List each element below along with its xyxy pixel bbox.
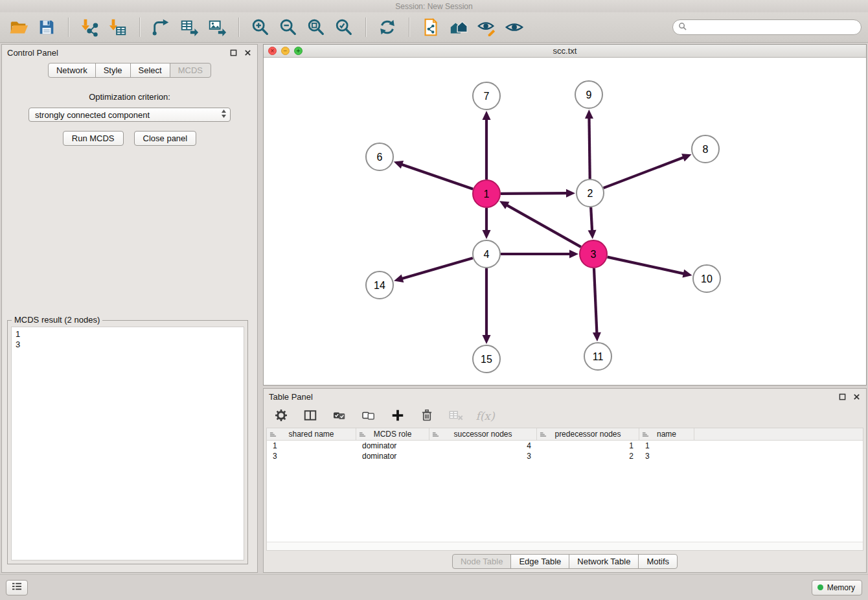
apply-layout-button[interactable] (375, 15, 400, 40)
column-header-successor-nodes[interactable]: successor nodes (429, 428, 537, 440)
export-image-button[interactable] (205, 15, 229, 40)
table-panel-float-button[interactable] (838, 392, 847, 401)
tab-node-table[interactable]: Node Table (452, 554, 512, 569)
column-header-shared-name[interactable]: shared name (267, 428, 356, 440)
tab-edge-table[interactable]: Edge Table (510, 554, 569, 569)
node-table: shared nameMCDS rolesuccessor nodesprede… (266, 428, 863, 551)
mcds-result-item[interactable]: 3 (12, 340, 244, 350)
graph-node-label: 10 (701, 273, 713, 284)
close-window-button[interactable]: × (268, 47, 277, 55)
graph-edge-arrowhead (483, 111, 491, 120)
table-row[interactable]: 1dominator411 (267, 441, 863, 451)
network-view-window: × − + scc.txt 7968124314101511 (263, 44, 867, 386)
unchecked-boxes-icon (361, 408, 376, 425)
tab-mcds[interactable]: MCDS (170, 63, 211, 78)
export-table-button[interactable] (177, 15, 201, 40)
create-column-button[interactable] (388, 406, 407, 426)
show-columns-button[interactable] (301, 406, 320, 426)
graph-edge-3-1[interactable] (506, 205, 580, 247)
criterion-dropdown[interactable]: strongly connected component (29, 108, 231, 122)
graph-edge-1-6[interactable] (401, 164, 473, 189)
mcds-panel-content: Optimization criterion: strongly connect… (2, 78, 257, 572)
zoom-in-button[interactable] (248, 15, 273, 40)
tab-network[interactable]: Network (48, 63, 96, 78)
table-toolbar: f(x) (264, 404, 866, 428)
table-cell[interactable]: 3 (267, 451, 356, 461)
graph-edge-arrowhead (585, 110, 593, 119)
graph-edge-2-9[interactable] (589, 117, 589, 179)
column-header-predecessor-nodes[interactable]: predecessor nodes (537, 428, 639, 440)
zoom-out-button[interactable] (276, 15, 301, 40)
zoom-selected-button[interactable] (332, 15, 356, 40)
tab-network-table[interactable]: Network Table (569, 554, 639, 569)
table-cell[interactable]: 3 (429, 451, 537, 461)
unselect-all-columns-button[interactable] (359, 406, 378, 426)
open-session-button[interactable] (6, 15, 31, 40)
graph-edge-arrowhead (682, 270, 692, 278)
table-panel-header: Table Panel (264, 389, 866, 404)
import-network-button[interactable] (78, 15, 102, 40)
graph-edge-2-8[interactable] (604, 157, 685, 188)
graph-edge-1-2[interactable] (501, 193, 567, 194)
checked-boxes-icon (332, 408, 347, 425)
zoom-fit-button[interactable] (304, 15, 328, 40)
graph-edge-2-3[interactable] (591, 207, 592, 231)
graph-edge-3-10[interactable] (607, 257, 684, 274)
close-panel-button[interactable]: Close panel (134, 131, 197, 146)
graph-edge-3-11[interactable] (594, 268, 597, 334)
table-cell[interactable]: 1 (537, 441, 639, 451)
tab-motifs[interactable]: Motifs (638, 554, 678, 569)
window-titlebar: Session: New Session (0, 0, 868, 12)
network-window-titlebar: × − + scc.txt (264, 45, 866, 58)
graph-edge-4-14[interactable] (402, 258, 473, 279)
eye-icon (505, 17, 524, 37)
control-panel-close-button[interactable] (243, 48, 252, 57)
home-button[interactable] (446, 15, 471, 40)
list-icon (11, 582, 23, 593)
style-preview-button[interactable] (474, 15, 499, 40)
table-cell[interactable]: 1 (267, 441, 356, 451)
table-horizontal-scrollbar[interactable] (267, 542, 863, 550)
mcds-result-item[interactable]: 1 (12, 329, 244, 340)
table-cell[interactable]: dominator (356, 441, 429, 451)
network-canvas[interactable]: 7968124314101511 (264, 58, 866, 385)
table-cell[interactable]: dominator (356, 451, 429, 461)
show-hide-graphics-button[interactable] (502, 15, 527, 40)
network-window-title: scc.txt (264, 46, 866, 56)
maximize-window-button[interactable]: + (294, 47, 303, 55)
run-mcds-button[interactable]: Run MCDS (63, 131, 124, 146)
status-bar: Memory (0, 574, 868, 600)
graph-node-label: 1 (484, 189, 490, 200)
toolbar-separator (238, 17, 239, 37)
memory-button[interactable]: Memory (812, 580, 862, 595)
tab-select[interactable]: Select (130, 63, 170, 78)
search-input[interactable] (690, 23, 856, 32)
table-cell[interactable]: 2 (537, 451, 639, 461)
table-cell[interactable]: 1 (639, 441, 694, 451)
save-session-button[interactable] (34, 15, 59, 40)
graph-edge-arrowhead (394, 161, 404, 168)
table-settings-button[interactable] (271, 406, 291, 426)
control-panel-float-button[interactable] (229, 48, 238, 57)
table-cell[interactable]: 4 (429, 441, 537, 451)
table-export-icon (179, 17, 199, 37)
sort-icon (359, 431, 366, 440)
column-header-name[interactable]: name (639, 428, 694, 440)
search-box[interactable] (672, 19, 862, 35)
table-row[interactable]: 3dominator323 (267, 451, 863, 461)
minimize-window-button[interactable]: − (281, 47, 290, 55)
sort-icon (642, 431, 649, 440)
main-toolbar (0, 12, 868, 43)
delete-column-button[interactable] (417, 406, 437, 426)
table-cell[interactable]: 3 (639, 451, 694, 461)
select-all-columns-button[interactable] (330, 406, 349, 426)
table-panel: Table Panel (263, 388, 867, 573)
mcds-result-list[interactable]: 13 (11, 327, 244, 560)
export-network-button[interactable] (149, 15, 174, 40)
tab-style[interactable]: Style (95, 63, 131, 78)
column-header-MCDS-role[interactable]: MCDS role (356, 428, 429, 440)
table-panel-close-button[interactable] (852, 392, 861, 401)
network-document-button[interactable] (418, 15, 443, 40)
import-table-button[interactable] (106, 15, 130, 40)
status-menu-button[interactable] (6, 580, 28, 595)
